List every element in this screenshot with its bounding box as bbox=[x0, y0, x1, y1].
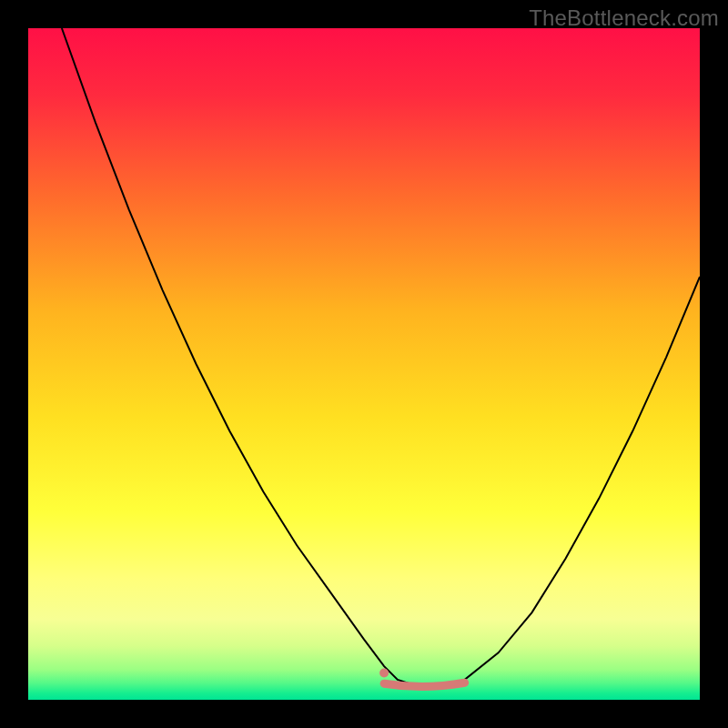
bottleneck-curve bbox=[62, 28, 700, 686]
attribution-text: TheBottleneck.com bbox=[529, 5, 719, 31]
plot-area bbox=[28, 28, 700, 700]
optimal-start-dot bbox=[379, 669, 389, 678]
optimal-range-marker bbox=[384, 682, 465, 686]
curve-overlay bbox=[28, 28, 700, 700]
